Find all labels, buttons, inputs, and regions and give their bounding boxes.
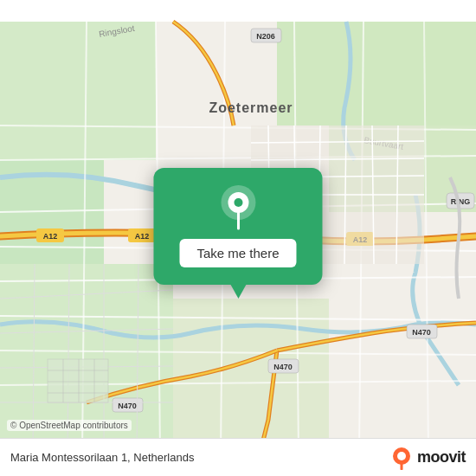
svg-text:N470: N470 xyxy=(412,328,431,337)
svg-rect-60 xyxy=(48,359,108,402)
svg-text:A12: A12 xyxy=(135,232,150,241)
bottom-bar: Maria Montessorilaan 1, Netherlands moov… xyxy=(0,438,476,476)
svg-rect-3 xyxy=(0,22,156,160)
moovit-logo: moovit xyxy=(389,446,466,470)
take-me-there-button[interactable]: Take me there xyxy=(179,239,296,267)
svg-text:RING: RING xyxy=(451,197,471,206)
address-label: Maria Montessorilaan 1, Netherlands xyxy=(10,451,194,464)
svg-point-69 xyxy=(234,198,242,207)
moovit-icon xyxy=(389,446,414,470)
svg-text:A12: A12 xyxy=(43,232,58,241)
svg-text:N206: N206 xyxy=(256,32,275,41)
svg-rect-6 xyxy=(277,22,476,125)
svg-text:N470: N470 xyxy=(273,363,293,371)
popup-card: Take me there xyxy=(153,168,322,285)
svg-point-71 xyxy=(397,452,406,460)
svg-text:Zoetermeer: Zoetermeer xyxy=(209,100,293,115)
location-pin-icon xyxy=(215,185,261,230)
moovit-brand-name: moovit xyxy=(417,448,466,466)
copyright-text: © OpenStreetMap contributors xyxy=(7,420,132,431)
map-container: A12 A12 A12 N206 N470 N470 N470 RING Rin… xyxy=(0,0,476,476)
